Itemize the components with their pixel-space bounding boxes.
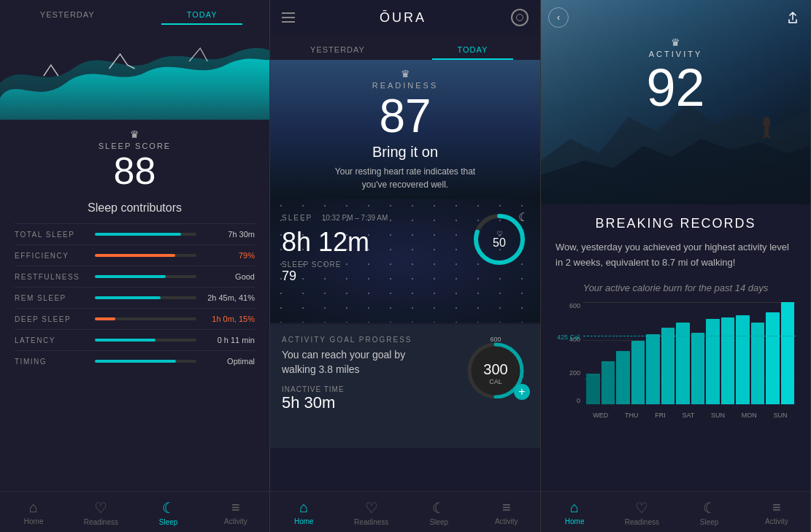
sleep-score-label-sm: SLEEP SCORE <box>282 261 529 269</box>
nav-sleep[interactable]: ☾ Sleep <box>135 496 202 529</box>
home-content: ♛ READINESS 87 Bring it on Your resting … <box>270 60 540 491</box>
cal-reference-line <box>583 336 796 336</box>
x-label-fri: FRI <box>655 412 666 419</box>
home-nav-sleep[interactable]: ☾ Sleep <box>405 496 473 529</box>
sleep-summary-card[interactable]: SLEEP 10:32 PM – 7:39 AM ☾ 8h 12m SLEEP … <box>270 198 540 323</box>
metric-fill-total-sleep <box>95 233 181 236</box>
nav-readiness-label: Readiness <box>84 518 118 526</box>
menu-button[interactable] <box>282 12 295 23</box>
metric-label-deep-sleep: DEEP SLEEP <box>15 315 88 323</box>
metric-label-efficiency: EFFICIENCY <box>15 252 88 260</box>
metric-fill-restfulness <box>95 275 166 278</box>
sleep-score-row: SLEEP SCORE 79 <box>282 261 529 284</box>
yesterday-tab[interactable]: YESTERDAY <box>0 6 135 25</box>
calorie-bar-chart: 600 400 200 0 425 Cal <box>556 302 796 419</box>
home-nav-readiness[interactable]: ♡ Readiness <box>338 496 406 529</box>
sleep-score-value: 88 <box>0 152 269 190</box>
home-readiness-icon: ♡ <box>365 499 378 517</box>
metric-fill-efficiency <box>95 254 175 257</box>
metric-bar-latency <box>95 339 196 342</box>
cal-circle: 600 300 CAL + <box>463 333 529 398</box>
metric-fill-rem-sleep <box>95 296 161 299</box>
home-panel: ŌURA YESTERDAY TODAY ♛ READINESS 87 Brin… <box>270 0 541 532</box>
metric-bar-deep-sleep <box>95 317 196 320</box>
today-tab[interactable]: TODAY <box>135 6 270 25</box>
home-icon: ⌂ <box>29 499 38 516</box>
activity-activity-icon: ≡ <box>772 499 781 516</box>
bar-5 <box>646 334 660 404</box>
metric-label-timing: TIMING <box>15 358 88 366</box>
moon-icon: ☾ <box>518 210 529 224</box>
sleep-card-content: SLEEP 10:32 PM – 7:39 AM ☾ 8h 12m SLEEP … <box>282 210 529 311</box>
readiness-hero: ♛ READINESS 87 Bring it on Your resting … <box>270 60 540 198</box>
calburn-label: Your active calorie burn for the past 14… <box>556 282 796 293</box>
activity-nav-activity[interactable]: ≡ Activity <box>743 496 810 529</box>
bar-12 <box>751 323 765 404</box>
activity-detail-panel: ‹ ♛ ACTIVITY 92 BREAKING RECORDS Wow, ye… <box>541 0 811 532</box>
metric-bar-timing <box>95 360 196 363</box>
bar-2 <box>601 361 615 404</box>
metric-timing: TIMING Optimal <box>15 350 255 371</box>
nav-readiness[interactable]: ♡ Readiness <box>67 496 134 529</box>
readiness-label: READINESS <box>372 81 439 90</box>
profile-button[interactable] <box>511 9 529 26</box>
cal-line-label: 425 Cal <box>557 334 580 341</box>
activity-nav-readiness-label: Readiness <box>625 518 659 526</box>
nav-activity[interactable]: ≡ Activity <box>202 496 269 529</box>
home-nav-activity[interactable]: ≡ Activity <box>473 496 541 529</box>
home-nav-home[interactable]: ⌂ Home <box>270 496 338 529</box>
add-activity-button[interactable]: + <box>514 384 530 400</box>
bar-11 <box>736 315 750 404</box>
activity-readiness-icon: ♡ <box>635 499 648 517</box>
metric-fill-deep-sleep <box>95 317 115 320</box>
y-label-200: 200 <box>569 369 580 377</box>
home-nav-home-label: Home <box>294 517 314 525</box>
back-button[interactable]: ‹ <box>548 7 569 28</box>
metric-label-latency: LATENCY <box>15 336 88 344</box>
activity-goal-card[interactable]: ACTIVITY GOAL PROGRESS You can reach you… <box>270 324 540 448</box>
metric-deep-sleep: DEEP SLEEP 1h 0m, 15% <box>15 308 255 329</box>
home-header: ŌURA <box>270 0 540 35</box>
activity-nav-activity-label: Activity <box>765 517 788 525</box>
metric-rem-sleep: REM SLEEP 2h 45m, 41% <box>15 287 255 308</box>
activity-hero-content: ♛ ACTIVITY 92 <box>541 36 810 114</box>
sleep-meta-row: SLEEP 10:32 PM – 7:39 AM ☾ <box>282 210 529 224</box>
bar-10 <box>721 317 735 404</box>
home-activity-icon: ≡ <box>502 499 511 516</box>
home-nav-readiness-label: Readiness <box>354 518 388 526</box>
nav-home[interactable]: ⌂ Home <box>0 496 67 529</box>
activity-nav-home[interactable]: ⌂ Home <box>541 496 608 529</box>
metric-val-rem-sleep: 2h 45m, 41% <box>204 293 255 302</box>
activity-icon: ≡ <box>231 499 240 516</box>
bar-7 <box>676 323 690 404</box>
activity-goal-text: You can reach your goal by walking 3.8 m… <box>282 348 428 377</box>
activity-nav-sleep-label: Sleep <box>700 518 719 526</box>
readiness-score: 87 <box>379 93 431 139</box>
share-button[interactable] <box>783 7 803 28</box>
x-label-mon: MON <box>742 412 757 419</box>
y-label-600: 600 <box>569 302 580 309</box>
home-today-tab[interactable]: TODAY <box>405 41 540 60</box>
activity-nav-readiness[interactable]: ♡ Readiness <box>608 496 675 529</box>
bar-3 <box>616 351 630 404</box>
activity-title: BREAKING RECORDS <box>556 216 796 231</box>
svg-text:600: 600 <box>490 336 501 343</box>
activity-nav-sleep[interactable]: ☾ Sleep <box>676 496 743 529</box>
metric-fill-latency <box>95 339 155 342</box>
oura-logo: ŌURA <box>380 10 426 26</box>
home-nav-sleep-label: Sleep <box>429 518 448 526</box>
home-nav-tabs: YESTERDAY TODAY <box>270 35 540 60</box>
activity-category-label: ACTIVITY <box>541 50 810 58</box>
activity-bottom-nav: ⌂ Home ♡ Readiness ☾ Sleep ≡ Activity <box>541 491 810 532</box>
bar-8 <box>691 333 705 404</box>
home-yesterday-tab[interactable]: YESTERDAY <box>270 41 405 60</box>
metric-val-deep-sleep: 1h 0m, 15% <box>204 315 255 323</box>
sleep-meta-left: SLEEP 10:32 PM – 7:39 AM <box>282 210 388 223</box>
sleep-icon: ☾ <box>162 499 175 517</box>
hero-nav: ‹ <box>548 7 803 28</box>
metric-bar-total-sleep <box>95 233 196 236</box>
bar-1 <box>586 374 600 404</box>
bar-9 <box>706 319 720 404</box>
activity-crown-icon: ♛ <box>541 36 810 48</box>
activity-description: Wow, yesterday you achieved your highest… <box>556 240 796 271</box>
